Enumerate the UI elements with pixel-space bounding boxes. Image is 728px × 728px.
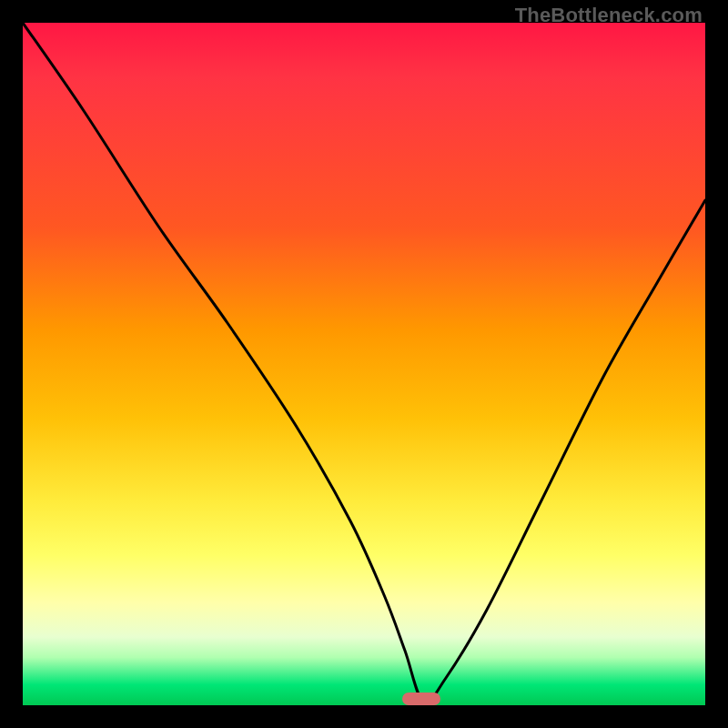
chart-frame: TheBottleneck.com	[0, 0, 728, 728]
bottleneck-curve	[23, 23, 705, 705]
curve-path	[23, 23, 705, 703]
optimal-marker	[402, 693, 440, 705]
plot-area	[23, 23, 705, 705]
watermark-text: TheBottleneck.com	[515, 4, 703, 27]
